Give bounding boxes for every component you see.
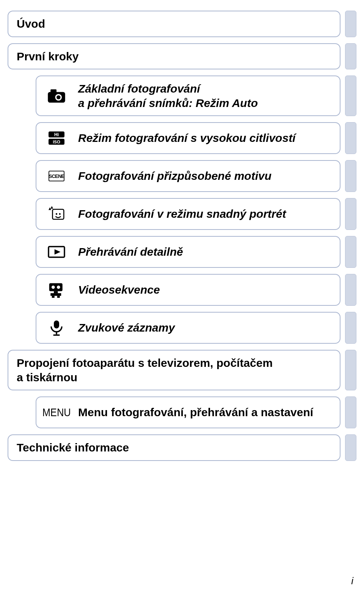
svg-point-12 [56, 213, 57, 215]
icon-slot [45, 280, 68, 300]
toc-item[interactable]: Fotografování v režimu snadný portrét [36, 198, 340, 230]
svg-point-17 [57, 286, 60, 289]
toc-row: SCENEFotografování přizpůsobené motivu [8, 160, 356, 192]
side-tab[interactable] [345, 274, 356, 306]
toc-row: Přehrávání detailně [8, 236, 356, 268]
svg-rect-23 [56, 332, 57, 335]
side-tab[interactable] [345, 312, 356, 344]
side-tab[interactable] [345, 160, 356, 192]
side-tab[interactable] [345, 236, 356, 268]
mic-icon [46, 319, 67, 337]
side-tab[interactable] [345, 350, 356, 390]
side-tab[interactable] [345, 198, 356, 230]
toc-item[interactable]: Propojení fotoaparátu s televizorem, poč… [8, 350, 340, 390]
svg-rect-20 [52, 296, 55, 298]
toc-item-label: Fotografování v režimu snadný portrét [78, 207, 286, 221]
page: ÚvodPrvní krokyZákladní fotografování a … [0, 0, 364, 596]
toc-row: Technické informace [8, 434, 356, 461]
toc-item[interactable]: První kroky [8, 43, 340, 70]
toc-item-label: Režim fotografování s vysokou citlivostí [78, 131, 295, 145]
camera-icon [46, 87, 67, 105]
svg-rect-22 [54, 321, 59, 329]
svg-rect-24 [53, 335, 60, 336]
toc-item[interactable]: SCENEFotografování přizpůsobené motivu [36, 160, 340, 192]
toc-item-label: Videosekvence [78, 283, 160, 297]
side-tab[interactable] [345, 75, 356, 116]
icon-slot [45, 318, 68, 338]
side-tab[interactable] [345, 43, 356, 70]
menu-text-icon: MENU [42, 406, 71, 419]
toc-item-label: Zvukové záznamy [78, 321, 175, 335]
side-tab[interactable] [345, 434, 356, 461]
toc-row: První kroky [8, 43, 356, 70]
toc-item[interactable]: Základní fotografování a přehrávání sním… [36, 75, 340, 116]
toc-item-label: Menu fotografování, přehrávání a nastave… [78, 405, 313, 420]
icon-slot [45, 86, 68, 106]
side-tab[interactable] [345, 122, 356, 154]
play-icon [46, 243, 67, 261]
svg-text:Hi: Hi [54, 132, 59, 137]
toc-item[interactable]: Zvukové záznamy [36, 312, 340, 344]
toc-item-label: Přehrávání detailně [78, 245, 183, 259]
toc-list: ÚvodPrvní krokyZákladní fotografování a … [8, 11, 356, 461]
side-tab[interactable] [345, 396, 356, 428]
hi-iso-icon: HiISO [46, 129, 67, 147]
toc-row: MENUMenu fotografování, přehrávání a nas… [8, 396, 356, 428]
toc-row: Fotografování v režimu snadný portrét [8, 198, 356, 230]
svg-point-3 [56, 95, 61, 99]
toc-item[interactable]: HiISORežim fotografování s vysokou citli… [36, 122, 340, 154]
toc-item-label: První kroky [17, 49, 78, 64]
svg-rect-21 [57, 296, 60, 298]
side-tab[interactable] [345, 11, 356, 37]
svg-point-16 [52, 286, 55, 289]
icon-slot: HiISO [45, 128, 68, 148]
toc-item[interactable]: MENUMenu fotografování, přehrávání a nas… [36, 396, 340, 428]
svg-point-13 [59, 213, 61, 215]
svg-rect-19 [50, 293, 61, 296]
icon-slot [45, 204, 68, 224]
toc-row: Videosekvence [8, 274, 356, 306]
svg-text:ISO: ISO [53, 140, 60, 144]
toc-item[interactable]: Videosekvence [36, 274, 340, 306]
scene-icon: SCENE [46, 167, 67, 185]
toc-item[interactable]: Úvod [8, 11, 340, 37]
toc-row: Propojení fotoaparátu s televizorem, poč… [8, 350, 356, 390]
toc-item-label: Technické informace [17, 440, 129, 455]
svg-rect-15 [49, 283, 63, 291]
toc-item-label: Úvod [17, 17, 45, 31]
icon-slot [45, 242, 68, 262]
toc-item-label: Fotografování přizpůsobené motivu [78, 169, 271, 183]
toc-item[interactable]: Technické informace [8, 434, 340, 461]
toc-item[interactable]: Přehrávání detailně [36, 236, 340, 268]
movie-icon [46, 281, 67, 299]
toc-item-label: Základní fotografování a přehrávání sním… [78, 82, 258, 110]
toc-row: Úvod [8, 11, 356, 37]
toc-row: Základní fotografování a přehrávání sním… [8, 75, 356, 116]
svg-rect-1 [50, 89, 56, 93]
svg-rect-18 [54, 291, 58, 293]
portrait-icon [46, 205, 67, 223]
icon-slot: SCENE [45, 166, 68, 186]
page-number: i [351, 575, 353, 587]
icon-slot: MENU [45, 403, 68, 422]
toc-item-label: Propojení fotoaparátu s televizorem, poč… [17, 356, 273, 384]
toc-row: HiISORežim fotografování s vysokou citli… [8, 122, 356, 154]
svg-text:SCENE: SCENE [49, 173, 65, 179]
toc-row: Zvukové záznamy [8, 312, 356, 344]
